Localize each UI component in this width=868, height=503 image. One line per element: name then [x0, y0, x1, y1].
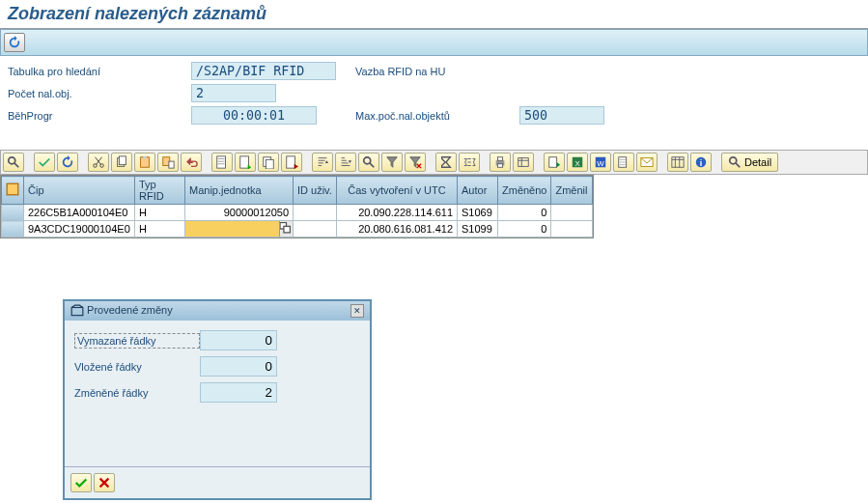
max-label: Max.poč.nal.objektů	[355, 110, 481, 122]
copy-icon[interactable]	[111, 153, 132, 172]
cell-changed[interactable]: 0	[498, 221, 551, 238]
svg-point-31	[730, 157, 737, 164]
cell-mj-active[interactable]	[185, 221, 294, 238]
sort-asc-icon[interactable]	[312, 153, 333, 172]
grid-toolbar: X W i Detail	[0, 150, 868, 175]
delete-row-icon[interactable]	[281, 153, 302, 172]
row-selector[interactable]	[2, 221, 24, 238]
find-in-grid-icon[interactable]	[358, 153, 379, 172]
duplicate-row-icon[interactable]	[258, 153, 279, 172]
localfile-icon[interactable]	[613, 153, 634, 172]
svg-rect-11	[240, 156, 249, 168]
select-all-corner[interactable]	[2, 177, 24, 205]
runtime-label: BěhProgr	[8, 110, 191, 122]
excel-icon[interactable]: X	[567, 153, 588, 172]
filter-del-icon[interactable]	[405, 153, 426, 172]
svg-rect-33	[7, 183, 18, 195]
paste-icon[interactable]	[134, 153, 155, 172]
refresh-icon[interactable]	[4, 33, 25, 52]
svg-rect-9	[169, 161, 174, 168]
cell-author[interactable]: S1099	[458, 221, 498, 238]
svg-rect-13	[266, 159, 273, 169]
table-row[interactable]: 9A3CDC19000104E0 H 20.080.616.081.412 S1…	[2, 221, 593, 238]
svg-rect-7	[143, 156, 147, 159]
filter-icon[interactable]	[381, 153, 403, 172]
svg-rect-5	[119, 156, 126, 165]
detail-button[interactable]: Detail	[721, 153, 778, 172]
info-icon[interactable]: i	[690, 153, 712, 172]
cell-type[interactable]: H	[135, 221, 185, 238]
cell-type[interactable]: H	[135, 205, 185, 221]
undo-icon[interactable]	[181, 153, 202, 172]
word-icon[interactable]: W	[590, 153, 611, 172]
cell-chip[interactable]: 226C5B1A000104E0	[24, 205, 135, 221]
svg-rect-35	[284, 226, 291, 233]
relation-text: Vazba RFID na HU	[355, 66, 481, 77]
col-type[interactable]: Typ RFID	[135, 177, 185, 205]
cut-icon[interactable]	[88, 153, 109, 172]
page-title: Zobrazení nalezených záznamů	[0, 0, 868, 29]
cell-idu[interactable]	[294, 205, 337, 221]
sort-desc-icon[interactable]	[335, 153, 356, 172]
svg-rect-18	[497, 157, 502, 161]
col-changed[interactable]: Změněno	[498, 177, 551, 205]
table-header-row: Čip Typ RFID Manip.jednotka ID uživ. Čas…	[2, 177, 593, 205]
row-selector[interactable]	[2, 205, 24, 221]
print-icon[interactable]	[490, 153, 511, 172]
paste-append-icon[interactable]	[157, 153, 179, 172]
cell-author[interactable]: S1069	[458, 205, 498, 221]
value-help-icon[interactable]	[279, 221, 293, 237]
refresh-grid-icon[interactable]	[57, 153, 78, 172]
col-author[interactable]: Autor	[458, 177, 498, 205]
col-mj[interactable]: Manip.jednotka	[185, 177, 294, 205]
new-row-icon[interactable]	[211, 153, 233, 172]
svg-line-1	[14, 163, 18, 167]
insert-row-icon[interactable]	[235, 153, 256, 172]
export-icon[interactable]	[544, 153, 565, 172]
cell-time[interactable]: 20.090.228.114.611	[337, 205, 458, 221]
cell-changer[interactable]	[551, 221, 592, 238]
layout-icon[interactable]	[667, 153, 688, 172]
svg-line-32	[736, 163, 740, 167]
cell-time[interactable]: 20.080.616.081.412	[337, 221, 458, 238]
count-label: Počet nal.obj.	[8, 88, 191, 99]
svg-text:i: i	[700, 158, 702, 168]
svg-rect-21	[549, 157, 557, 168]
svg-point-0	[9, 157, 15, 164]
cell-chip[interactable]: 9A3CDC19000104E0	[24, 221, 135, 238]
mail-icon[interactable]	[636, 153, 658, 172]
cell-mj[interactable]: 90000012050	[185, 205, 294, 221]
runtime-field	[191, 106, 317, 125]
cell-idu[interactable]	[294, 221, 337, 238]
view-icon[interactable]	[513, 153, 534, 172]
svg-point-15	[364, 157, 371, 164]
table-search-field[interactable]	[191, 62, 336, 80]
cell-changer[interactable]	[551, 205, 592, 221]
svg-text:X: X	[574, 159, 580, 168]
svg-rect-19	[497, 164, 502, 168]
data-grid: Čip Typ RFID Manip.jednotka ID uživ. Čas…	[0, 175, 594, 238]
col-idu[interactable]: ID uživ.	[294, 177, 337, 205]
svg-rect-10	[217, 156, 226, 168]
sum-icon[interactable]	[435, 153, 457, 172]
main-toolbar	[0, 29, 868, 56]
table-search-label: Tabulka pro hledání	[8, 66, 191, 77]
svg-rect-14	[287, 156, 295, 168]
cell-changed[interactable]: 0	[498, 205, 551, 221]
max-field[interactable]	[519, 106, 604, 125]
svg-rect-20	[518, 158, 529, 167]
svg-line-16	[370, 163, 374, 167]
svg-text:W: W	[597, 159, 604, 168]
table-row[interactable]: 226C5B1A000104E0 H 90000012050 20.090.22…	[2, 205, 593, 221]
find-icon[interactable]	[3, 153, 24, 172]
detail-button-label: Detail	[744, 156, 771, 168]
col-time[interactable]: Čas vytvoření v UTC	[337, 177, 458, 205]
count-field	[191, 84, 276, 102]
svg-rect-28	[672, 157, 684, 168]
subtotal-icon[interactable]	[459, 153, 480, 172]
col-changer[interactable]: Změnil	[551, 177, 592, 205]
info-area: Tabulka pro hledání Vazba RFID na HU Poč…	[0, 56, 868, 130]
check-icon[interactable]	[34, 153, 55, 172]
col-chip[interactable]: Čip	[24, 177, 135, 205]
